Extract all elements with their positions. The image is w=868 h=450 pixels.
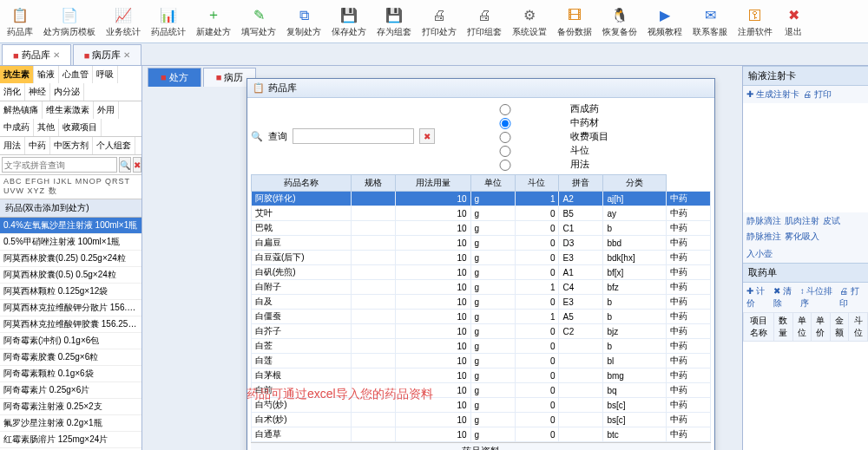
r2-计价[interactable]: ✚ 计价: [746, 285, 770, 310]
table-row[interactable]: 白扁豆10g0D3bbd中药: [252, 236, 711, 251]
table-row[interactable]: 白通草10g0btc中药: [252, 427, 711, 442]
reg-soft[interactable]: ⚿注册软件: [734, 3, 776, 40]
link-静脉滴注[interactable]: 静脉滴注: [746, 215, 781, 227]
drug-item[interactable]: 阿莫西林胶囊(0.5) 0.5g×24粒: [0, 267, 141, 284]
drug-item[interactable]: 0.5%甲硝唑注射液 100ml×1瓶: [0, 234, 141, 251]
copy-rx[interactable]: ⧉复制处方: [283, 3, 325, 40]
r-打印[interactable]: 🖨 打印: [803, 88, 832, 101]
link-肌肉注射[interactable]: 肌肉注射: [785, 215, 819, 227]
filter-用法[interactable]: 用法: [0, 137, 25, 154]
print-rx[interactable]: 🖨打印处方: [418, 3, 460, 40]
drug-item[interactable]: 阿莫西林颗粒 0.125g×12袋: [0, 284, 141, 300]
radio-收费项目[interactable]: 收费项目: [440, 129, 608, 143]
link-皮试[interactable]: 皮试: [823, 215, 840, 227]
filter-个人组套[interactable]: 个人组套: [93, 137, 135, 154]
radio-用法[interactable]: 用法: [440, 157, 608, 171]
biz-stats[interactable]: 📈业务统计: [102, 3, 144, 40]
drug-item[interactable]: 阿莫西林克拉维酸钾胶囊 156.25mg×18片: [0, 316, 141, 333]
filter-收藏项目[interactable]: 收藏项目: [59, 119, 102, 136]
link-静脉推注[interactable]: 静脉推注: [746, 231, 781, 243]
tab-病历库[interactable]: ■病历库✕: [73, 44, 142, 65]
drug-item[interactable]: 阿奇霉素片 0.25g×6片: [0, 382, 141, 399]
search-button[interactable]: 🔍: [119, 157, 131, 173]
table-row[interactable]: 白莲10g0bl中药: [252, 354, 711, 368]
table-row[interactable]: 白术(炒)10g0bs[c]中药: [252, 413, 711, 427]
filter-消化[interactable]: 消化: [0, 83, 25, 101]
filter-内分泌[interactable]: 内分泌: [50, 83, 84, 101]
drug-list[interactable]: 0.4%左氧氟沙星注射液 100ml×1瓶0.5%甲硝唑注射液 100ml×1瓶…: [0, 218, 141, 450]
close-icon[interactable]: ✕: [53, 50, 60, 60]
table-row[interactable]: 白莶10g0b中药: [252, 339, 711, 354]
drug-item[interactable]: 氟罗沙星注射液 0.2g×1瓶: [0, 415, 141, 432]
col-斗位[interactable]: 斗位: [515, 175, 559, 192]
dialog-search-input[interactable]: [293, 128, 414, 144]
table-row[interactable]: 白及10g0E3b中药: [252, 295, 711, 310]
edit-rx[interactable]: ✎填写处方: [238, 3, 279, 40]
table-row[interactable]: 白芥子10g0C2bjz中药: [252, 324, 711, 339]
drug-item[interactable]: 阿莫西林胶囊(0.25) 0.25g×24粒: [0, 251, 141, 267]
drug-item[interactable]: 红霉素肠溶片 125mg×24片: [0, 432, 141, 448]
col-药品名称[interactable]: 药品名称: [252, 175, 352, 192]
table-row[interactable]: 白僵蚕10g1A5b中药: [252, 310, 711, 324]
filter-中药[interactable]: 中药: [25, 137, 50, 154]
clear-button[interactable]: ✖: [133, 157, 141, 173]
alpha-index[interactable]: ABC EFGH IJKL MNOP QRST UVW XYZ 数: [0, 175, 141, 199]
table-row[interactable]: 白附子10g1C4bfz中药: [252, 280, 711, 295]
r2-打印[interactable]: 🖨 打印: [839, 285, 865, 310]
drug-item[interactable]: 0.4%左氧氟沙星注射液 100ml×1瓶: [0, 218, 141, 234]
filter-中成药[interactable]: 中成药: [0, 119, 34, 136]
drug-item[interactable]: 阿奇霉素颗粒 0.1g×6袋: [0, 366, 141, 382]
rx-template[interactable]: 📄处方病历模板: [40, 3, 99, 40]
table-row[interactable]: 白茅根10g0bmg中药: [252, 368, 711, 383]
col-分类[interactable]: 分类: [603, 175, 667, 192]
close-icon[interactable]: ✕: [123, 50, 130, 60]
dialog-clear[interactable]: ✖: [419, 128, 435, 144]
filter-呼吸[interactable]: 呼吸: [93, 66, 118, 83]
drug-item[interactable]: 阿奇霉素(冲剂) 0.1g×6包: [0, 333, 141, 349]
filter-外用[interactable]: 外用: [94, 101, 119, 119]
sys-settings[interactable]: ⚙系统设置: [509, 3, 550, 40]
r2-清除[interactable]: ✖ 清除: [773, 285, 797, 310]
link-雾化吸入[interactable]: 雾化吸入: [785, 231, 819, 243]
restore[interactable]: 🐧恢复备份: [599, 3, 641, 40]
radio-中药材[interactable]: 中药材: [440, 115, 608, 129]
save-as[interactable]: 💾存为组套: [373, 3, 415, 40]
filter-神经[interactable]: 神经: [25, 83, 50, 101]
save-rx[interactable]: 💾保存处方: [328, 3, 370, 40]
col-用法用量[interactable]: 用法用量: [396, 175, 470, 192]
drug-item[interactable]: 阿奇霉素胶囊 0.25g×6粒: [0, 349, 141, 366]
print-mr[interactable]: 🖨打印组套: [464, 3, 505, 40]
filter-中医方剂[interactable]: 中医方剂: [50, 137, 93, 154]
filter-抗生素[interactable]: 抗生素: [0, 66, 34, 83]
contact[interactable]: ✉联系客服: [689, 3, 731, 40]
drug-item[interactable]: 阿奇霉素注射液 0.25×2支: [0, 399, 141, 415]
tab-药品库[interactable]: ■药品库✕: [2, 44, 71, 65]
filter-解热镇痛[interactable]: 解热镇痛: [0, 101, 43, 119]
drug-db[interactable]: 📋药品库: [3, 3, 36, 40]
backup[interactable]: 🎞备份数据: [554, 3, 595, 40]
radio-西成药[interactable]: 西成药: [440, 101, 608, 115]
new-rx[interactable]: ＋新建处方: [193, 3, 234, 40]
table-row[interactable]: 白豆蔻(后下)10g0E3bdk[hx]中药: [252, 251, 711, 265]
drug-search-input[interactable]: [2, 157, 117, 173]
filter-维生素激素[interactable]: 维生素激素: [43, 101, 94, 119]
col-拼音[interactable]: 拼音: [559, 175, 603, 192]
r-生成注射卡[interactable]: ✚ 生成注射卡: [746, 88, 799, 101]
radio-斗位[interactable]: 斗位: [440, 143, 608, 157]
drug-stats[interactable]: 📊药品统计: [148, 3, 189, 40]
video[interactable]: ▶视频教程: [644, 3, 686, 40]
table-row[interactable]: 巴戟10g0C1b中药: [252, 221, 711, 236]
r2-斗位排序[interactable]: ↕ 斗位排序: [800, 285, 837, 310]
sub-tab-处方[interactable]: ■ 处方: [148, 68, 201, 87]
col-单位[interactable]: 单位: [470, 175, 515, 192]
exit[interactable]: ✖退出: [779, 3, 807, 40]
table-row[interactable]: 艾叶10g0B5ay中药: [252, 206, 711, 221]
small-pot-link[interactable]: 入小壶: [746, 248, 773, 260]
filter-其他[interactable]: 其他: [34, 119, 59, 136]
filter-心血管[interactable]: 心血管: [59, 66, 93, 83]
drug-item[interactable]: 阿莫西林克拉维酸钾分散片 156.25mg×18片: [0, 300, 141, 316]
table-row[interactable]: 阿胶(烊化)10g1A2aj[h]中药: [252, 192, 711, 206]
table-row[interactable]: 白矾(先煎)10g0A1bf[x]中药: [252, 265, 711, 280]
col-规格[interactable]: 规格: [352, 175, 396, 192]
filter-输液[interactable]: 输液: [34, 66, 59, 83]
